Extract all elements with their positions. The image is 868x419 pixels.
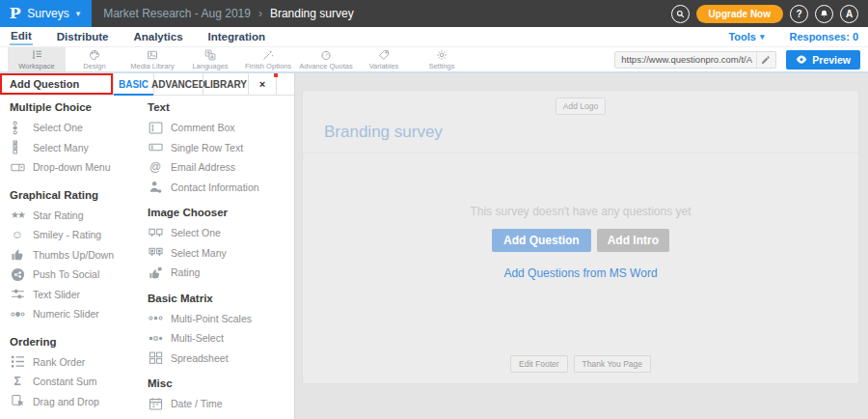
qtype-text-slider[interactable]: Text Slider — [10, 285, 148, 305]
qtype-email-address[interactable]: @ Email Address — [148, 157, 294, 178]
close-panel-button[interactable]: × — [248, 73, 277, 95]
qtype-comment-box[interactable]: Comment Box — [148, 118, 294, 138]
questionpro-app: P Surveys ▾ Market Research - Aug 2019 ›… — [0, 0, 868, 419]
chevron-down-icon: ▾ — [76, 9, 81, 18]
paper-footer: Edit Footer Thank You Page — [303, 355, 858, 373]
tab-edit[interactable]: Edit — [10, 28, 33, 45]
qtype-single-row-text[interactable]: Single Row Text — [148, 138, 294, 158]
preview-button[interactable]: Preview — [786, 50, 860, 70]
section-ordering: Ordering Rank Order Σ Constant Sum Drag … — [10, 336, 148, 412]
qtype-thumbs-up-down[interactable]: Thumbs Up/Down — [10, 245, 148, 265]
breadcrumb: Market Research - Aug 2019 › Branding su… — [92, 0, 353, 27]
tab-analytics[interactable]: Analytics — [132, 29, 183, 44]
add-logo-button[interactable]: Add Logo — [556, 98, 606, 115]
tool-media-library[interactable]: Media Library — [123, 47, 181, 71]
thank-you-page-button[interactable]: Thank You Page — [574, 355, 651, 373]
tab-distribute[interactable]: Distribute — [56, 29, 110, 44]
tool-settings[interactable]: Settings — [413, 47, 471, 71]
qtype-spreadsheet[interactable]: Spreadsheet — [148, 349, 294, 369]
qtype-image-rating[interactable]: Rating — [148, 263, 294, 283]
edit-footer-button[interactable]: Edit Footer — [510, 355, 568, 373]
qtype-image-select-one[interactable]: Select One — [148, 223, 294, 243]
qtype-numeric-slider[interactable]: Numeric Slider — [10, 304, 148, 324]
sliders-icon — [10, 287, 25, 302]
section-title: Basic Matrix — [148, 293, 294, 304]
checkbox-list-icon — [10, 140, 25, 155]
image-icon — [147, 49, 158, 61]
topbar: P Surveys ▾ Market Research - Aug 2019 ›… — [0, 0, 868, 27]
qtype-contact-information[interactable]: Contact Information — [148, 178, 294, 198]
add-question-button[interactable]: Add Question — [492, 229, 591, 252]
survey-url-input[interactable] — [615, 54, 756, 65]
add-question-button-highlighted[interactable]: Add Question — [0, 73, 113, 95]
qtype-date-time[interactable]: Date / Time — [148, 394, 294, 414]
qtype-select-many[interactable]: Select Many — [10, 138, 148, 158]
edit-url-button[interactable] — [756, 52, 773, 68]
multi-point-icon — [148, 311, 163, 326]
breadcrumb-folder[interactable]: Market Research - Aug 2019 — [103, 7, 251, 20]
contact-person-icon — [148, 180, 163, 195]
section-title: Image Chooser — [148, 207, 294, 218]
qtype-rank-order[interactable]: Rank Order — [10, 352, 148, 373]
bell-icon — [819, 9, 829, 19]
calendar-icon — [148, 396, 163, 411]
tool-workspace[interactable]: Workspace — [8, 47, 66, 71]
qtype-image-select-many[interactable]: Select Many — [148, 243, 294, 264]
panel-header: Add Question BASIC ADVANCED LIBRARY × — [0, 73, 294, 96]
empty-state-buttons: Add Question Add Intro — [303, 229, 858, 252]
notifications-button[interactable] — [815, 5, 833, 23]
tab-integration[interactable]: Integration — [207, 29, 266, 44]
section-basic-matrix: Basic Matrix Multi-Point Scales Multi-Se… — [148, 293, 294, 369]
section-title: Multiple Choice — [10, 101, 148, 113]
qtype-push-to-social[interactable]: Push To Social — [10, 265, 148, 285]
edit-toolbar: Workspace Design Media Library Languages… — [0, 46, 868, 73]
upgrade-now-button[interactable]: Upgrade Now — [696, 5, 783, 23]
tools-menu[interactable]: Tools▾ — [728, 31, 764, 42]
tool-languages[interactable]: Languages — [181, 47, 239, 71]
qtype-drag-and-drop[interactable]: Drag and Drop — [10, 392, 148, 412]
survey-title[interactable]: Branding survey — [324, 123, 443, 142]
radio-list-icon — [10, 120, 25, 135]
drag-drop-icon — [10, 394, 25, 409]
qtype-smiley-rating[interactable]: ☺ Smiley - Rating — [10, 225, 148, 245]
qtype-select-one[interactable]: Select One — [10, 118, 148, 138]
qtype-constant-sum[interactable]: Σ Constant Sum — [10, 372, 148, 392]
add-questions-from-ms-word-link[interactable]: Add Questions from MS Word — [503, 266, 657, 280]
magic-wand-icon — [262, 49, 274, 61]
smiley-icon: ☺ — [10, 227, 25, 242]
question-types-column-2: Text Comment Box Single Row Text @ Email… — [148, 101, 294, 419]
empty-state-message: This survey doesn't have any questions y… — [303, 205, 858, 218]
qtype-dropdown-menu[interactable]: Drop-down Menu — [10, 157, 148, 178]
tab-library[interactable]: LIBRARY — [203, 73, 248, 95]
surveys-menu[interactable]: P Surveys ▾ — [0, 0, 92, 27]
panel-body: Multiple Choice Select One Select Many D… — [0, 96, 294, 419]
tab-advanced[interactable]: ADVANCED — [153, 73, 203, 95]
breadcrumb-survey-name: Branding survey — [270, 7, 354, 20]
section-title: Graphical Rating — [10, 189, 148, 201]
qtype-star-rating[interactable]: ★★ Star Rating — [10, 206, 148, 226]
search-icon — [675, 9, 686, 19]
pencil-icon — [761, 55, 771, 65]
search-button[interactable] — [671, 5, 690, 23]
tool-design[interactable]: Design — [66, 47, 123, 71]
tool-advance-quotas[interactable]: Advance Quotas — [297, 47, 355, 71]
questionpro-logo: P — [10, 5, 21, 22]
dropdown-icon — [10, 159, 25, 175]
quota-gauge-icon — [320, 49, 332, 61]
image-frames-check-icon — [148, 245, 163, 261]
image-frames-icon — [148, 225, 163, 240]
palette-icon — [89, 49, 100, 61]
help-button[interactable]: ? — [790, 5, 808, 23]
survey-canvas: Add Logo Branding survey This survey doe… — [295, 73, 868, 419]
tool-finish-options[interactable]: Finish Options — [239, 47, 297, 71]
add-intro-button[interactable]: Add Intro — [597, 229, 669, 252]
qtype-multi-point-scales[interactable]: Multi-Point Scales — [148, 309, 294, 329]
section-text: Text Comment Box Single Row Text @ Email… — [148, 101, 294, 197]
translate-icon — [204, 49, 216, 61]
avatar[interactable]: A — [840, 5, 858, 23]
tool-variables[interactable]: Variables — [355, 47, 413, 71]
thumb-flag-icon — [148, 265, 163, 280]
tab-basic[interactable]: BASIC — [113, 73, 153, 95]
qtype-multi-select[interactable]: Multi-Select — [148, 328, 294, 349]
responses-count[interactable]: Responses: 0 — [789, 31, 858, 42]
